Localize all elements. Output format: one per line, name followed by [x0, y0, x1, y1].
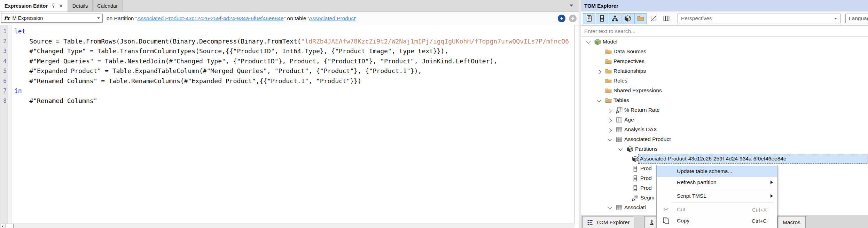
tree-item-shared-expressions[interactable]: Shared Expressions	[581, 86, 868, 95]
tree-item-label: Tables	[613, 95, 629, 105]
language-dropdown[interactable]: Language	[845, 14, 868, 23]
table-columns-toggle-button[interactable]	[660, 13, 673, 24]
tree-item-label: % Return Rate	[624, 105, 660, 115]
menu-shortcut: Ctrl+C	[752, 218, 767, 224]
menu-item-refresh-partition[interactable]: Refresh partition	[657, 177, 777, 188]
tom-explorer-panel: TOM Explorer Perspectives Language Model…	[581, 0, 868, 228]
tree-item-analysis-dax[interactable]: Analysis DAX	[581, 125, 868, 134]
tree-item-label: Segm	[640, 193, 655, 203]
menu-item-partial[interactable]	[657, 226, 777, 228]
tree-item-model[interactable]: Model	[581, 37, 868, 47]
tree-item-label: Perspectives	[613, 56, 644, 66]
code-line[interactable]: 2 Source = Table.FromRows(Json.Document(…	[0, 37, 574, 47]
chevron-right-icon[interactable]	[608, 125, 612, 134]
partitions-toggle-button[interactable]	[621, 13, 634, 24]
tree-item-relationships[interactable]: Relationships	[581, 66, 868, 76]
table-icon	[616, 125, 623, 134]
menu-item-label: Copy	[677, 218, 689, 224]
code-text: #"Merged Queries" = Table.NestedJoin(#"C…	[14, 56, 497, 66]
pin-icon[interactable]	[51, 3, 56, 8]
search-input[interactable]	[581, 26, 868, 37]
menu-item-label: Update table schema...	[677, 168, 732, 174]
menu-separator	[671, 189, 774, 189]
code-text: #"Renamed Columns" = Table.RenameColumns…	[14, 76, 361, 86]
tree-item-partitions[interactable]: Partitions	[581, 144, 868, 154]
selected-tree-item[interactable]: Associated Product-43c12c26-259f-4d24-93…	[638, 154, 868, 164]
tab-overflow-chevron-icon[interactable]	[570, 5, 573, 7]
code-text: #"Expanded Product" = Table.ExpandTableC…	[14, 66, 422, 76]
line-number: 6	[0, 76, 7, 86]
close-icon[interactable]: ✕	[59, 3, 63, 9]
menu-item-label: Cut	[677, 206, 685, 213]
measures-icon	[586, 15, 593, 22]
line-number: 7	[0, 86, 7, 96]
scrollbar-thumb[interactable]	[6, 224, 14, 228]
fx-icon: fx	[632, 193, 639, 203]
code-line[interactable]: 3 #"Changed Type" = Table.TransformColum…	[0, 46, 574, 56]
editor-horizontal-scrollbar[interactable]	[0, 223, 574, 228]
partition-link[interactable]: Associated Product-43c12c26-259f-4d24-93…	[137, 15, 284, 21]
tree-item-roles[interactable]: Roles	[581, 76, 868, 86]
tab-calendar[interactable]: Calendar	[93, 0, 123, 11]
language-value: Language	[849, 15, 868, 22]
tree-item-associated-product[interactable]: Associated Product	[581, 134, 868, 144]
partition-icon	[627, 144, 633, 154]
perspectives-value: Perspectives	[681, 15, 712, 22]
code-line[interactable]: 7in	[0, 86, 574, 96]
folders-toggle-button[interactable]	[634, 13, 647, 24]
expression-type-dropdown[interactable]: fx M Expression	[1, 14, 103, 23]
chevron-down-icon[interactable]	[608, 203, 612, 212]
tree-item-label: Roles	[613, 76, 627, 86]
tree-item-associated-product-43c12c26-259f-4d24-934a-6f0ef46ee84e[interactable]: Associated Product-43c12c26-259f-4d24-93…	[581, 154, 868, 164]
m-expression-code-editor[interactable]: 1let2 Source = Table.FromRows(Json.Docum…	[0, 25, 574, 223]
tree-item-label: Model	[603, 37, 617, 47]
code-line[interactable]: 5 #"Expanded Product" = Table.ExpandTabl…	[0, 66, 574, 76]
chevron-right-icon[interactable]	[608, 105, 612, 115]
code-line[interactable]: 4 #"Merged Queries" = Table.NestedJoin(#…	[0, 56, 574, 66]
measures-toggle-button[interactable]	[583, 13, 595, 24]
scroll-left-button[interactable]	[0, 224, 5, 228]
tree-item-tables[interactable]: Tables	[581, 95, 868, 105]
code-line[interactable]: 8 #"Renamed Columns"	[0, 96, 574, 106]
chevron-right-icon[interactable]	[608, 115, 612, 125]
tree-item-label: Prod	[640, 173, 652, 183]
tab-expression-editor[interactable]: Expression Editor ✕	[0, 0, 68, 11]
tree-item-label: Associated Product-43c12c26-259f-4d24-93…	[640, 156, 787, 162]
navigate-back-button[interactable]	[558, 15, 565, 22]
line-number: 3	[0, 46, 7, 56]
tree-item-perspectives[interactable]: Perspectives	[581, 56, 868, 66]
column-icon	[632, 173, 639, 183]
chevron-down-icon[interactable]	[608, 134, 612, 144]
menu-item-update-table-schema[interactable]: Update table schema...	[657, 166, 777, 177]
hidden-items-toggle-button[interactable]	[647, 13, 660, 24]
chevron-right-icon[interactable]	[597, 66, 601, 76]
tab-label: Calendar	[97, 3, 118, 9]
table-link[interactable]: Associated Product	[309, 15, 355, 21]
menu-separator	[671, 203, 774, 203]
folder-icon	[605, 66, 612, 76]
perspectives-dropdown[interactable]: Perspectives	[678, 14, 840, 23]
chevron-down-icon[interactable]	[586, 37, 590, 47]
tree-item-label: Shared Expressions	[613, 86, 662, 95]
tree-item-return-rate[interactable]: fx% Return Rate	[581, 105, 868, 115]
tree-item-age[interactable]: Age	[581, 115, 868, 125]
columns-icon	[599, 15, 605, 22]
navigate-forward-button[interactable]	[569, 15, 577, 22]
list-icon	[587, 219, 593, 226]
dock-tab-macros[interactable]: Macros	[777, 216, 806, 228]
chevron-down-icon[interactable]	[618, 144, 623, 154]
hierarchies-toggle-button[interactable]	[609, 13, 621, 24]
menu-item-copy[interactable]: CopyCtrl+C	[657, 215, 777, 226]
code-line[interactable]: 1let	[0, 26, 574, 37]
submenu-arrow-icon	[771, 194, 773, 198]
chevron-down-icon	[97, 17, 100, 19]
tree-item-data-sources[interactable]: Data Sources	[581, 47, 868, 56]
tab-label: Details	[72, 3, 88, 9]
columns-toggle-button[interactable]	[596, 13, 608, 24]
tab-details[interactable]: Details	[68, 0, 93, 11]
chevron-down-icon[interactable]	[597, 95, 601, 105]
menu-item-script-tmsl[interactable]: Script TMSL	[657, 190, 777, 202]
folder-icon	[605, 56, 612, 66]
code-line[interactable]: 6 #"Renamed Columns" = Table.RenameColum…	[0, 76, 574, 86]
dock-tab-tom-explorer[interactable]: TOM Explorer	[582, 216, 634, 228]
